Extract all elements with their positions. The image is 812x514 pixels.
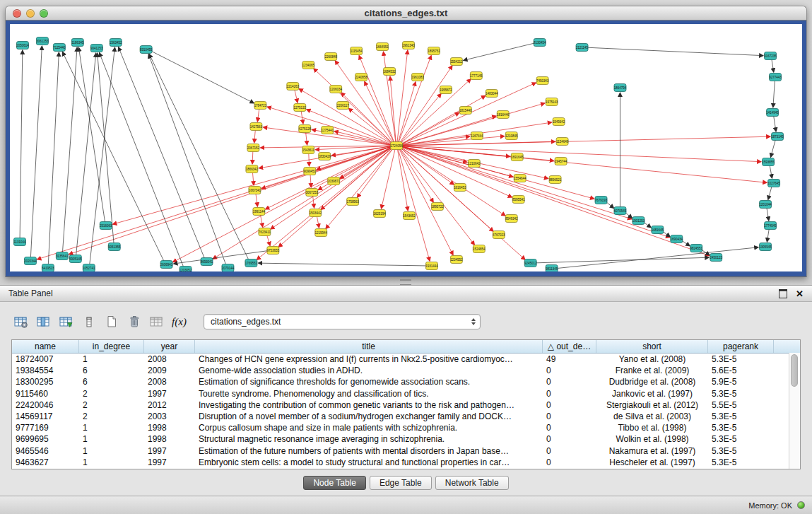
graph-edge[interactable] — [20, 50, 23, 238]
graph-node[interactable]: 1414945 — [766, 109, 779, 117]
graph-node[interactable]: 1554212 — [450, 58, 463, 66]
graph-node[interactable]: 5905145 — [69, 255, 82, 263]
graph-edge[interactable] — [30, 46, 42, 257]
graph-node[interactable]: 2214263 — [287, 83, 300, 90]
graph-node[interactable]: 3135641 — [56, 252, 69, 260]
minimize-window-button[interactable] — [26, 9, 35, 18]
graph-node[interactable]: 1593855 — [762, 158, 775, 166]
column-header-out_degree[interactable]: △ out_de… — [543, 340, 596, 353]
graph-node[interactable]: 2039871 — [327, 177, 340, 185]
graph-edge[interactable] — [76, 53, 96, 255]
graph-node[interactable]: 2020344 — [24, 257, 37, 265]
tab-network-table[interactable]: Network Table — [435, 476, 509, 490]
graph-edge[interactable] — [381, 149, 395, 209]
graph-node[interactable]: 1234065 — [302, 62, 315, 69]
graph-node[interactable]: 1931444 — [425, 262, 438, 270]
graph-node[interactable]: 9167235 — [764, 52, 777, 60]
graph-edge[interactable] — [383, 52, 395, 142]
graph-edge[interactable] — [536, 257, 710, 263]
graph-edge[interactable] — [310, 175, 311, 187]
graph-node[interactable]: 1167444 — [471, 132, 483, 140]
graph-node[interactable]: 1215944 — [314, 229, 327, 237]
tab-edge-table[interactable]: Edge Table — [370, 476, 432, 490]
tab-node-table[interactable]: Node Table — [303, 476, 366, 490]
graph-node[interactable]: 8130454 — [534, 39, 546, 47]
graph-edge[interactable] — [401, 112, 459, 144]
graph-node[interactable]: 9245012 — [524, 259, 537, 267]
graph-node[interactable]: 8595541 — [512, 196, 525, 204]
column-button[interactable] — [79, 313, 98, 331]
column-header-pagerank[interactable]: pagerank — [708, 340, 774, 353]
graph-node[interactable]: 1777145 — [470, 72, 483, 80]
graph-node[interactable]: 2260848 — [324, 53, 337, 61]
graph-node[interactable]: 1991144 — [253, 208, 266, 216]
graph-node[interactable]: 1524854 — [473, 245, 486, 253]
graph-edge[interactable] — [295, 90, 298, 103]
column-header-short[interactable]: short — [596, 340, 708, 353]
import-table-button[interactable] — [147, 313, 166, 331]
graph-node[interactable]: 8896521 — [549, 176, 562, 184]
graph-node[interactable]: 1206034 — [329, 86, 342, 93]
graph-node[interactable]: 4767023 — [493, 231, 505, 239]
graph-node[interactable]: 1234552 — [450, 256, 463, 264]
graph-node[interactable]: 1690434 — [671, 235, 683, 243]
edit-table-button[interactable] — [57, 313, 76, 331]
graph-node[interactable]: 1784723 — [254, 102, 267, 110]
graph-node[interactable]: 1815440 — [459, 107, 472, 115]
float-panel-icon[interactable] — [779, 289, 787, 298]
graph-edge[interactable] — [256, 194, 257, 206]
graph-node[interactable]: 3061253 — [36, 37, 49, 45]
graph-edge[interactable] — [401, 148, 454, 185]
graph-edge[interactable] — [399, 148, 453, 255]
graph-node[interactable]: 1895751 — [428, 47, 440, 55]
graph-edge[interactable] — [770, 140, 775, 158]
graph-edge[interactable] — [149, 54, 249, 259]
graph-node[interactable]: 8549342 — [505, 215, 518, 223]
graph-node[interactable]: 1975143 — [546, 98, 558, 106]
graph-node[interactable]: 1203052 — [180, 267, 192, 272]
graph-node[interactable]: 2516063 — [100, 222, 112, 230]
graph-node[interactable]: 1961343 — [402, 42, 415, 49]
graph-node[interactable]: 1955672 — [440, 86, 452, 94]
graph-edge[interactable] — [767, 208, 769, 221]
graph-node[interactable]: 1027645 — [767, 180, 780, 187]
close-window-button[interactable] — [13, 9, 21, 18]
graph-node[interactable]: 1503442 — [310, 209, 322, 217]
graph-node[interactable]: 1769552 — [245, 259, 258, 267]
graph-node[interactable]: 2206117 — [337, 102, 350, 110]
graph-edge[interactable] — [148, 54, 225, 265]
graph-edge[interactable] — [464, 43, 534, 60]
graph-node[interactable]: 1427563 — [250, 123, 263, 131]
table-row[interactable]: 1938455462009Genome-wide association stu… — [12, 365, 800, 376]
graph-node[interactable]: 1483044 — [486, 90, 498, 98]
graph-edge[interactable] — [341, 93, 392, 144]
graph-edge[interactable] — [317, 216, 319, 228]
graph-node[interactable]: 2121145 — [576, 44, 589, 52]
graph-node[interactable]: 1549342 — [553, 118, 565, 126]
graph-node[interactable]: 1210642 — [468, 160, 481, 168]
graph-edge[interactable] — [69, 147, 391, 255]
graph-edge[interactable] — [252, 173, 254, 185]
graph-edge[interactable] — [62, 52, 164, 261]
graph-node[interactable]: 1131044 — [13, 238, 26, 246]
graph-node[interactable]: 1664951 — [376, 43, 389, 51]
graph-node[interactable]: 1275132 — [294, 104, 307, 112]
graph-edge[interactable] — [119, 47, 205, 258]
close-panel-icon[interactable]: ✕ — [796, 289, 804, 298]
graph-node[interactable]: 1873145 — [771, 133, 784, 141]
graph-edge[interactable] — [267, 107, 391, 145]
graph-node[interactable]: 1563452 — [110, 39, 122, 47]
table-row[interactable]: 946554611997Estimation of the future num… — [12, 445, 800, 457]
graph-node[interactable]: 7125440 — [53, 44, 66, 52]
graph-node[interactable]: 7450343 — [536, 77, 549, 85]
graph-edge[interactable] — [309, 153, 310, 166]
graph-edge[interactable] — [48, 52, 59, 264]
graph-node[interactable]: 2050614 — [16, 42, 29, 49]
graph-edge[interactable] — [400, 148, 475, 245]
graph-edge[interactable] — [398, 149, 430, 261]
panel-divider[interactable] — [0, 277, 812, 285]
column-header-in_degree[interactable]: in_degree — [79, 340, 144, 353]
graph-node[interactable]: 1481645 — [652, 226, 664, 234]
graph-node[interactable]: 1830429 — [318, 153, 331, 160]
graph-edge[interactable] — [151, 51, 254, 103]
